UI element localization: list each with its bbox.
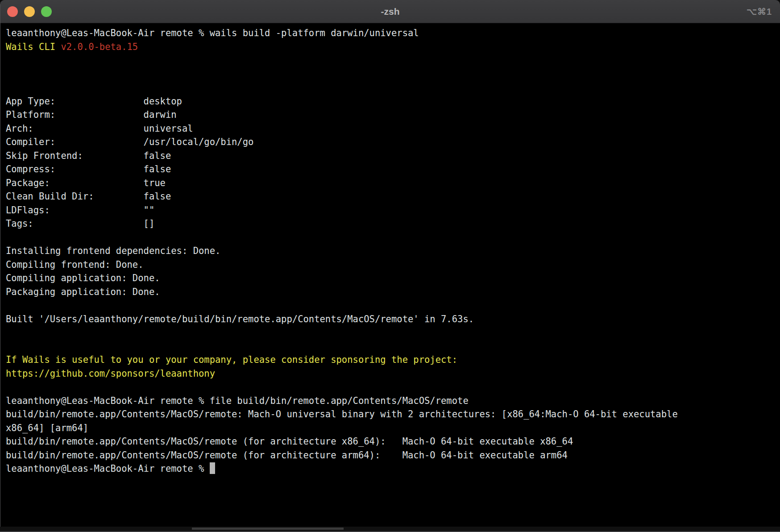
terminal-text-segment: Package: true	[6, 178, 166, 188]
terminal-text-segment: build/bin/remote.app/Contents/MacOS/remo…	[6, 409, 678, 420]
terminal-line	[6, 380, 776, 394]
terminal-text-segment: leaanthony@Leas-MacBook-Air remote %	[6, 463, 210, 474]
terminal-window: -zsh ⌥⌘1 leaanthony@Leas-MacBook-Air rem…	[0, 0, 780, 527]
terminal-line	[6, 81, 776, 95]
terminal-line	[6, 299, 776, 312]
terminal-text-segment: build/bin/remote.app/Contents/MacOS/remo…	[6, 436, 573, 447]
terminal-line: Arch: universal	[6, 122, 776, 136]
terminal-line: build/bin/remote.app/Contents/MacOS/remo…	[6, 407, 776, 421]
terminal-line: x86_64] [arm64]	[6, 421, 776, 435]
terminal-text-segment: LDFlags: ""	[6, 205, 154, 216]
terminal-line: Tags: []	[6, 217, 776, 231]
window-shortcut-label: ⌥⌘1	[747, 6, 772, 17]
terminal-line: leaanthony@Leas-MacBook-Air remote % wai…	[6, 26, 776, 40]
terminal-text-segment: Arch: universal	[6, 123, 193, 134]
terminal-line: Installing frontend dependencies: Done.	[6, 244, 776, 258]
terminal-line	[6, 231, 776, 245]
traffic-lights	[0, 6, 52, 17]
terminal-text-segment: leaanthony@Leas-MacBook-Air remote % wai…	[6, 28, 419, 38]
terminal-line: https://github.com/sponsors/leaanthony	[6, 367, 776, 381]
terminal-text-segment: Compiler: /usr/local/go/bin/go	[6, 137, 253, 147]
terminal-text-segment: Installing frontend dependencies: Done.	[6, 245, 220, 256]
terminal-cursor	[210, 462, 216, 474]
terminal-line: LDFlags: ""	[6, 204, 776, 217]
terminal-line: Platform: darwin	[6, 108, 776, 122]
background-sliver	[0, 527, 780, 532]
terminal-text-segment: build/bin/remote.app/Contents/MacOS/remo…	[6, 450, 568, 461]
terminal-text-segment: Wails CLI	[6, 42, 61, 52]
terminal-line: Skip Frontend: false	[6, 149, 776, 163]
terminal-text-segment: leaanthony@Leas-MacBook-Air remote % fil…	[6, 395, 469, 406]
titlebar[interactable]: -zsh ⌥⌘1	[0, 0, 780, 23]
background-window-fragment	[192, 528, 344, 530]
terminal-body[interactable]: leaanthony@Leas-MacBook-Air remote % wai…	[0, 23, 780, 476]
terminal-text-segment: App Type: desktop	[6, 96, 182, 107]
terminal-line: leaanthony@Leas-MacBook-Air remote % fil…	[6, 394, 776, 408]
terminal-line: Compiling frontend: Done.	[6, 258, 776, 272]
terminal-text-segment: Compress: false	[6, 164, 171, 175]
terminal-text-segment: Skip Frontend: false	[6, 150, 171, 161]
terminal-text-segment: Platform: darwin	[6, 109, 177, 120]
terminal-line: leaanthony@Leas-MacBook-Air remote %	[6, 462, 776, 476]
zoom-button[interactable]	[41, 6, 52, 17]
terminal-text-segment: https://github.com/sponsors/leaanthony	[6, 368, 215, 379]
minimize-button[interactable]	[24, 6, 35, 17]
terminal-text-segment: Clean Build Dir: false	[6, 191, 171, 202]
terminal-text-segment: Compiling application: Done.	[6, 273, 160, 283]
terminal-text-segment: x86_64] [arm64]	[6, 423, 88, 433]
terminal-text-segment: Packaging application: Done.	[6, 287, 160, 297]
terminal-line	[6, 340, 776, 353]
terminal-line: Compiling application: Done.	[6, 271, 776, 285]
terminal-line: If Wails is useful to you or your compan…	[6, 353, 776, 367]
close-button[interactable]	[7, 6, 18, 17]
terminal-line	[6, 54, 776, 67]
terminal-line	[6, 326, 776, 340]
terminal-line: Wails CLI v2.0.0-beta.15	[6, 40, 776, 54]
terminal-text-segment: Built '/Users/leaanthony/remote/build/bi…	[6, 314, 474, 324]
window-title: -zsh	[0, 6, 780, 17]
terminal-line: Compiler: /usr/local/go/bin/go	[6, 135, 776, 149]
terminal-line: build/bin/remote.app/Contents/MacOS/remo…	[6, 435, 776, 449]
terminal-line	[6, 67, 776, 81]
terminal-text-segment: v2.0.0-beta.15	[61, 42, 138, 52]
terminal-line: build/bin/remote.app/Contents/MacOS/remo…	[6, 449, 776, 462]
terminal-line: App Type: desktop	[6, 95, 776, 108]
terminal-line: Built '/Users/leaanthony/remote/build/bi…	[6, 312, 776, 326]
terminal-text-segment: Tags: []	[6, 218, 154, 229]
terminal-line: Compress: false	[6, 162, 776, 176]
terminal-line: Packaging application: Done.	[6, 285, 776, 299]
terminal-line: Clean Build Dir: false	[6, 190, 776, 204]
terminal-text-segment: Compiling frontend: Done.	[6, 259, 144, 270]
terminal-text-segment: If Wails is useful to you or your compan…	[6, 354, 457, 365]
terminal-line: Package: true	[6, 176, 776, 190]
